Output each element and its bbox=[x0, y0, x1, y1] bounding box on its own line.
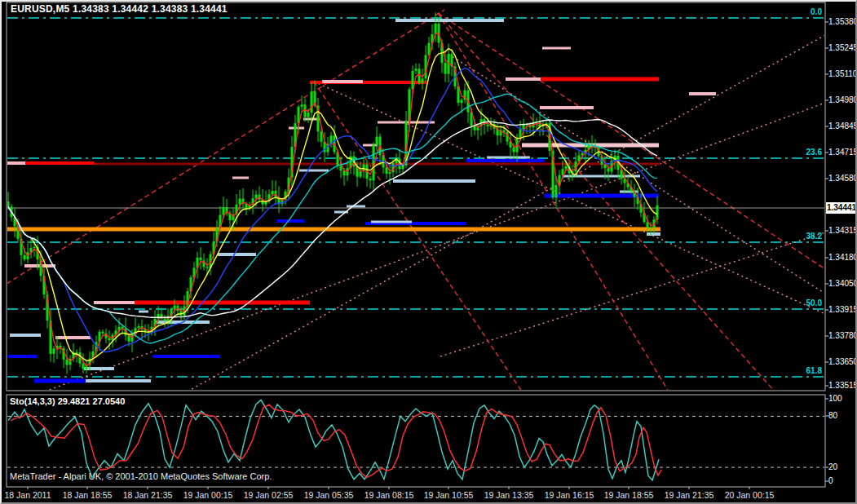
fibonacci-level-label: 23.6 bbox=[806, 148, 822, 157]
price-axis-label: 1.34580 bbox=[828, 174, 857, 183]
time-axis-label: 18 Jan 2011 bbox=[4, 490, 51, 500]
time-axis-label: 19 Jan 00:15 bbox=[183, 490, 233, 500]
stochastic-value-k: 29.4821 bbox=[58, 396, 91, 406]
time-axis-label: 18 Jan 18:55 bbox=[63, 490, 113, 500]
metatrader-chart-window: EURUSD,M5 1.34383 1.34442 1.34383 1.3444… bbox=[0, 0, 857, 504]
copyright-text: MetaTrader - Alpari UK, © 2001-2010 Meta… bbox=[10, 471, 272, 481]
main-chart-canvas[interactable] bbox=[0, 0, 857, 504]
price-axis-label: 1.33515 bbox=[828, 381, 857, 390]
stochastic-header: Sto(14,3,3) 29.4821 27.0540 bbox=[10, 396, 125, 406]
price-axis-label: 1.33915 bbox=[828, 305, 857, 314]
price-axis-label: 1.33650 bbox=[828, 357, 857, 366]
time-axis-label: 20 Jan 00:15 bbox=[725, 490, 775, 500]
price-axis-label: 1.34050 bbox=[828, 279, 857, 288]
stochastic-label: Sto(14,3,3) bbox=[10, 396, 55, 406]
price-axis-label: 1.34180 bbox=[828, 253, 857, 262]
fibonacci-level-label: 0.0 bbox=[811, 7, 822, 16]
price-axis-label: 1.34980 bbox=[828, 95, 857, 104]
time-axis-label: 19 Jan 18:55 bbox=[604, 490, 654, 500]
indicator-scale-label: 100 bbox=[828, 394, 842, 403]
time-axis-label: 19 Jan 10:55 bbox=[424, 490, 474, 500]
fibonacci-level-label: 50.0 bbox=[806, 298, 822, 307]
indicator-scale-label: 20 bbox=[828, 462, 837, 471]
fibonacci-level-label: 61.8 bbox=[806, 366, 822, 375]
time-axis-label: 19 Jan 08:15 bbox=[364, 490, 414, 500]
stochastic-value-d: 27.0540 bbox=[93, 396, 126, 406]
price-axis-label: 1.34315 bbox=[828, 226, 857, 235]
indicator-scale-label: 80 bbox=[828, 411, 837, 420]
time-axis-label: 19 Jan 16:15 bbox=[545, 490, 594, 500]
time-axis-label: 19 Jan 13:35 bbox=[484, 490, 534, 500]
time-axis-label: 19 Jan 05:35 bbox=[304, 490, 354, 500]
price-axis-label: 1.34845 bbox=[828, 122, 857, 130]
time-axis-label: 18 Jan 21:35 bbox=[123, 490, 173, 500]
current-price-badge: 1.34441 bbox=[826, 202, 857, 214]
price-axis-label: 1.35380 bbox=[828, 17, 857, 26]
price-axis-label: 1.35245 bbox=[828, 43, 857, 52]
fibonacci-level-label: 38.2 bbox=[806, 232, 822, 241]
price-axis-label: 1.35110 bbox=[828, 69, 857, 78]
price-axis-label: 1.33780 bbox=[828, 331, 857, 340]
price-axis-label: 1.34715 bbox=[828, 148, 857, 157]
time-axis-label: 19 Jan 02:55 bbox=[244, 490, 294, 500]
time-axis-label: 19 Jan 21:35 bbox=[665, 490, 714, 500]
indicator-scale-label: 0 bbox=[828, 476, 833, 485]
ohlc-header: EURUSD,M5 1.34383 1.34442 1.34383 1.3444… bbox=[11, 3, 228, 15]
